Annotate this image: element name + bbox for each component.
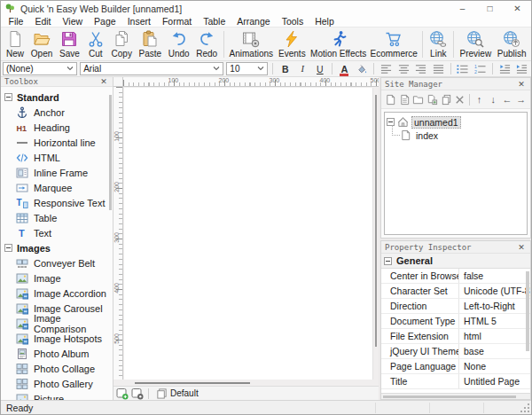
animations-button[interactable]: Animations [227, 29, 276, 59]
menu-arrange[interactable]: Arrange [231, 16, 276, 27]
toolbox-item-html[interactable]: HTML [1, 150, 113, 165]
tree-node-label[interactable]: unnamed1 [411, 116, 461, 129]
open-button[interactable]: Open [27, 29, 56, 59]
toolbox-item-image-accordion[interactable]: Image Accordion [1, 286, 113, 301]
move-up-button[interactable]: ↑ [473, 92, 486, 106]
tab-default[interactable]: Default [153, 388, 201, 399]
menu-help[interactable]: Help [309, 16, 340, 27]
maximize-button[interactable]: □ [476, 1, 504, 16]
close-icon[interactable]: ✕ [98, 77, 109, 86]
ecommerce-button[interactable]: Ecommerce [368, 29, 419, 59]
menu-tools[interactable]: Tools [276, 16, 309, 27]
decrease-indent-button[interactable] [497, 62, 512, 75]
paste-button[interactable]: Paste [136, 29, 165, 59]
copy-button[interactable]: Copy [108, 29, 136, 59]
numbered-list-button[interactable]: 12 [473, 62, 488, 75]
new-folder-button[interactable] [411, 92, 425, 106]
property-row-center-in-browser[interactable]: Center in Browsefalse [381, 269, 530, 284]
menu-view[interactable]: View [57, 16, 89, 27]
toolbox-section-images[interactable]: Images [1, 240, 113, 255]
menu-file[interactable]: File [3, 16, 29, 27]
property-row-page-language[interactable]: Page LanguageNone [381, 359, 530, 374]
undo-button[interactable]: Undo [165, 29, 193, 59]
toolbox-item-marquee[interactable]: Marquee [1, 180, 113, 195]
menu-table[interactable]: Table [198, 16, 231, 27]
property-grid-scrollbar[interactable] [526, 271, 529, 351]
collapse-icon[interactable] [384, 257, 392, 265]
italic-button[interactable]: I [295, 62, 310, 75]
page-properties-button[interactable] [398, 92, 411, 106]
bold-button[interactable]: B [278, 62, 293, 75]
page-add-button[interactable] [116, 388, 129, 400]
delete-page-button[interactable] [454, 92, 467, 106]
canvas-horizontal-scrollbar[interactable] [135, 382, 250, 384]
align-center-button[interactable] [396, 62, 411, 75]
property-row-title[interactable]: TitleUntitled Page [381, 374, 530, 389]
property-grid-horizontal-scrollbar[interactable] [381, 393, 530, 399]
fill-color-button[interactable] [355, 62, 370, 75]
toolbox-item-photo-gallery[interactable]: Photo Gallery [1, 376, 113, 391]
tree-node-site[interactable]: unnamed1 [387, 115, 525, 129]
clone-page-button[interactable] [426, 92, 439, 106]
toolbox-item-text[interactable]: TText [1, 225, 113, 240]
resize-grip[interactable] [520, 403, 530, 413]
menu-format[interactable]: Format [156, 16, 197, 27]
tree-node-index[interactable]: index [400, 129, 525, 142]
page-settings-button[interactable] [131, 388, 144, 400]
page-workspace[interactable] [124, 88, 373, 380]
toolbox-item-heading[interactable]: H1Heading [1, 120, 113, 135]
cut-button[interactable]: Cut [83, 29, 108, 59]
tree-node-label[interactable]: index [414, 130, 440, 141]
toolbox-item-horizontal-line[interactable]: Horizontal line [1, 135, 113, 150]
events-button[interactable]: Events [276, 29, 309, 59]
close-icon[interactable]: ✕ [516, 80, 527, 89]
preview-button[interactable]: Preview [457, 29, 494, 59]
align-right-button[interactable] [413, 62, 428, 75]
move-right-button[interactable]: → [514, 92, 528, 106]
toolbox-scrollbar[interactable] [109, 95, 112, 210]
link-button[interactable]: Link [426, 29, 450, 59]
menu-page[interactable]: Page [89, 16, 122, 27]
property-row-direction[interactable]: DirectionLeft-to-Right [381, 299, 530, 314]
move-left-button[interactable]: ← [501, 92, 514, 106]
close-icon[interactable]: ✕ [516, 243, 527, 252]
close-button[interactable]: ✕ [504, 1, 531, 16]
toolbox-item-photo-collage[interactable]: Photo Collage [1, 361, 113, 376]
increase-indent-button[interactable] [514, 62, 529, 75]
font-size-dropdown[interactable]: 10 [226, 62, 268, 75]
toolbox-item-inline-frame[interactable]: Inline Frame [1, 165, 113, 180]
align-left-button[interactable] [379, 62, 394, 75]
copy-page-button[interactable] [440, 92, 453, 106]
toolbox-item-image-comparison[interactable]: Image Comparison [1, 316, 113, 331]
toolbox-item-anchor[interactable]: Anchor [1, 105, 113, 120]
property-section-general[interactable]: General [381, 254, 530, 269]
property-row-document-type[interactable]: Document TypeHTML 5 [381, 314, 530, 329]
collapse-icon[interactable] [4, 244, 12, 252]
toolbox-item-conveyer-belt[interactable]: Conveyer Belt [1, 255, 113, 270]
new-page-button[interactable] [384, 92, 397, 106]
toolbox-item-image[interactable]: Image [1, 270, 113, 286]
minimize-button[interactable]: – [449, 1, 476, 16]
property-row-jquery-ui-theme[interactable]: jQuery UI Themebase [381, 344, 530, 359]
underline-button[interactable]: U [313, 62, 328, 75]
align-justify-button[interactable] [431, 62, 446, 75]
new-button[interactable]: New [3, 29, 27, 59]
toolbox-item-photo-album[interactable]: Photo Album [1, 346, 113, 361]
publish-button[interactable]: Publish [494, 29, 529, 59]
toolbox-item-responsive-text[interactable]: TResponsive Text [1, 195, 113, 210]
menu-edit[interactable]: Edit [29, 16, 57, 27]
style-dropdown[interactable]: (None) [3, 62, 77, 75]
save-button[interactable]: Save [56, 29, 83, 59]
property-row-file-extension[interactable]: File Extensionhtml [381, 329, 530, 344]
move-down-button[interactable]: ↓ [487, 92, 500, 106]
menu-insert[interactable]: Insert [121, 16, 156, 27]
toolbox-section-standard[interactable]: Standard [1, 90, 113, 105]
canvas-vertical-scrollbar[interactable] [375, 95, 377, 347]
motion-effects-button[interactable]: Motion Effects [309, 29, 368, 59]
bullet-list-button[interactable] [456, 62, 471, 75]
toolbox-item-picture[interactable]: Picture [1, 391, 113, 400]
collapse-icon[interactable] [4, 93, 12, 101]
toolbox-item-image-hotspots[interactable]: Image Hotspots [1, 331, 113, 346]
font-color-button[interactable]: A [337, 62, 352, 75]
font-family-dropdown[interactable]: Arial [80, 62, 223, 75]
